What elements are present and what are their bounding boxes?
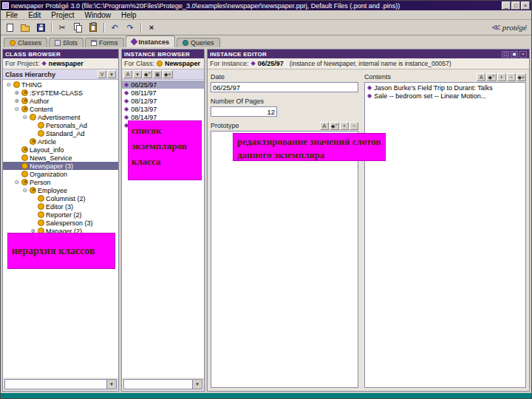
add-prototype-button[interactable]: +: [340, 122, 349, 130]
delete-content-icon: ◆×: [518, 75, 525, 80]
tree-item-organization[interactable]: Organization: [3, 170, 118, 178]
tree-item-newspaper[interactable]: Newspaper (3): [3, 162, 118, 170]
class-relationship-combo[interactable]: ▾: [4, 379, 117, 389]
instance-browser-title: INSTANCE BROWSER: [124, 51, 190, 58]
combo-arrow-icon[interactable]: ▾: [106, 380, 116, 389]
title-bar[interactable]: newspaper Protégé 3.0 (file:\C:\Program%…: [1, 1, 531, 10]
tree-item-advertisement[interactable]: ⊖Advertisement: [3, 113, 118, 121]
view-instance-button[interactable]: ▾: [133, 70, 142, 78]
abstract-marker: A: [22, 106, 29, 112]
instance-list-item[interactable]: ◆06/25/97: [122, 81, 204, 89]
create-content-button[interactable]: ◆⁺: [486, 73, 496, 81]
instance-list-item[interactable]: ◆08/11/97: [122, 89, 204, 97]
tree-item-label: Editor (3): [46, 203, 73, 211]
open-project-button[interactable]: [18, 21, 33, 34]
tree-item-label: Author: [30, 98, 50, 105]
create-prototype-button[interactable]: ◆⁺: [330, 122, 339, 130]
class-icon: [157, 61, 163, 66]
tree-item-content[interactable]: ⊖AContent: [3, 105, 118, 113]
collapse-editor-button[interactable]: ▢: [502, 51, 509, 58]
tree-item-author[interactable]: ⊕AAuthor: [3, 97, 118, 105]
delete-button[interactable]: ×: [144, 21, 159, 34]
abstract-marker: A: [22, 89, 29, 96]
add-prototype-icon: +: [343, 123, 346, 129]
save-project-button[interactable]: [33, 21, 48, 34]
tree-item-layout-info[interactable]: ALayout_info: [3, 146, 118, 154]
tree-item-thing[interactable]: ⊖THING: [3, 81, 118, 89]
menu-window[interactable]: Window: [79, 11, 116, 19]
menu-file[interactable]: File: [1, 11, 23, 19]
combo-arrow-icon[interactable]: ▾: [192, 380, 202, 389]
tree-item-editor[interactable]: Editor (3): [3, 202, 118, 211]
tab-queries[interactable]: Queries: [177, 38, 220, 47]
tree-toggle-icon[interactable]: ⊕: [13, 98, 20, 104]
abstract-marker: A: [22, 146, 29, 153]
tree-item-employee[interactable]: ⊖AEmployee: [3, 186, 118, 194]
tab-forms[interactable]: Forms: [85, 38, 124, 47]
class-browser-header: CLASS BROWSER: [3, 50, 118, 58]
menu-help[interactable]: Help: [116, 11, 142, 19]
toolbar-separator: [51, 23, 52, 33]
class-icon: [21, 154, 28, 161]
remove-prototype-button[interactable]: −: [349, 122, 358, 130]
tree-item-article[interactable]: AArticle: [3, 137, 118, 146]
close-button[interactable]: ×: [521, 1, 530, 10]
new-project-button[interactable]: [2, 21, 17, 34]
instance-relationship-combo[interactable]: ▾: [123, 379, 202, 389]
copy-button[interactable]: [70, 21, 85, 34]
sort-contents-button[interactable]: A: [477, 73, 485, 81]
tree-toggle-icon[interactable]: ⊖: [21, 187, 28, 194]
instance-list-item[interactable]: ◆08/13/97: [122, 105, 204, 113]
tree-toggle-icon[interactable]: ⊖: [13, 179, 20, 185]
tab-bar: ClassesSlotsFormsInstancesQueries: [1, 35, 531, 47]
contents-list-item[interactable]: ◆Jason Burke's Field Trip to Durant: Tal…: [365, 83, 525, 92]
add-content-button[interactable]: +: [497, 73, 506, 81]
tree-item-salesperson[interactable]: Salesperson (3): [3, 219, 118, 227]
tree-item-columnist[interactable]: Columnist (2): [3, 194, 118, 202]
class-icon: [38, 195, 44, 202]
tab-classes[interactable]: Classes: [4, 38, 47, 47]
remove-prototype-icon: −: [352, 123, 355, 129]
tab-instances[interactable]: Instances: [126, 35, 176, 47]
instance-icon: ◆: [251, 61, 256, 66]
expand-tree-button[interactable]: ▾: [107, 70, 116, 78]
instance-browser-header: INSTANCE BROWSER: [122, 50, 204, 58]
tree-toggle-icon[interactable]: ⊕: [13, 89, 20, 96]
tree-item-standard-ad[interactable]: Standard_Ad: [3, 129, 118, 137]
redo-button[interactable]: ↷: [123, 21, 137, 34]
tree-item--system-class[interactable]: ⊕A:SYSTEM-CLASS: [3, 89, 118, 97]
tree-item-reporter[interactable]: Reporter (2): [3, 211, 118, 219]
contents-list-item[interactable]: ◆Sale -- bedroom set -- Linear Motion...: [365, 92, 525, 100]
number-of-pages-field[interactable]: [211, 106, 277, 117]
prototype-list[interactable]: [211, 131, 358, 388]
maximize-button[interactable]: □: [511, 1, 520, 10]
menu-project[interactable]: Project: [46, 11, 79, 19]
tab-slots[interactable]: Slots: [49, 38, 83, 47]
tree-toggle-icon[interactable]: ⊖: [5, 81, 12, 88]
minimize-button[interactable]: _: [502, 1, 511, 10]
tree-toggle-icon[interactable]: ⊖: [13, 106, 20, 112]
sort-prototype-button[interactable]: A: [320, 122, 329, 130]
tree-item-person[interactable]: ⊖APerson: [3, 178, 118, 186]
copy-instance-button[interactable]: ▣: [153, 70, 162, 78]
paste-button[interactable]: [86, 21, 100, 34]
redo-icon: ↷: [126, 24, 133, 32]
tree-toggle-icon[interactable]: ⊖: [21, 114, 28, 120]
undo-button[interactable]: ↶: [107, 21, 122, 34]
close-editor-button[interactable]: ×: [519, 51, 527, 58]
view-options-button[interactable]: V: [98, 70, 106, 78]
cut-button[interactable]: ✂: [55, 21, 69, 34]
instance-browser-subheader: For Class: Newspaper: [122, 58, 204, 69]
tree-item-personals-ad[interactable]: Personals_Ad: [3, 121, 118, 129]
expand-editor-button[interactable]: ▣: [511, 51, 518, 58]
delete-instance-button[interactable]: ◆×: [163, 70, 172, 78]
date-field[interactable]: [211, 82, 358, 92]
sort-instances-button[interactable]: A: [123, 70, 132, 78]
delete-content-button[interactable]: ◆×: [516, 73, 526, 81]
window-buttons: _□×: [502, 1, 530, 10]
menu-edit[interactable]: Edit: [23, 11, 46, 19]
instance-list-item[interactable]: ◆08/12/97: [122, 97, 204, 105]
tree-item-news-service[interactable]: News_Service: [3, 154, 118, 162]
create-instance-button[interactable]: ◆⁺: [143, 70, 152, 78]
remove-content-button[interactable]: −: [507, 73, 516, 81]
